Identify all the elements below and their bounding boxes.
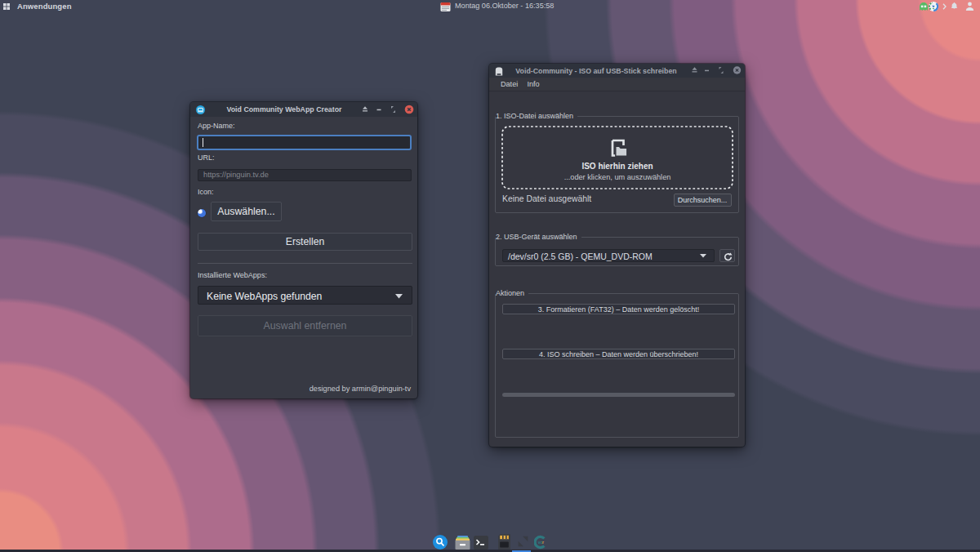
svg-text:r: r [542, 540, 544, 545]
